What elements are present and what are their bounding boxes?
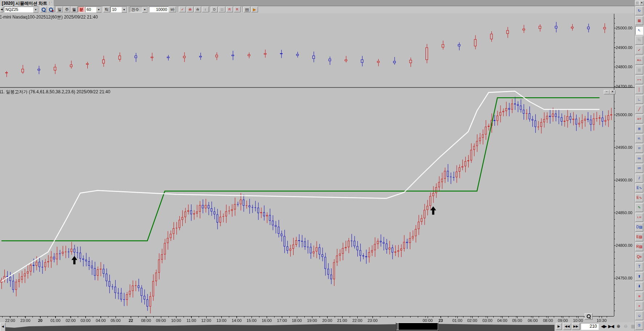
search-icon (42, 8, 46, 12)
horizontal-levels-icon[interactable]: ≣ (635, 124, 643, 133)
line-chart-icon[interactable]: ✓ (179, 7, 186, 12)
elliott-wave2-icon[interactable]: E∿ (635, 193, 643, 202)
window-title: [3020] 시뮬레이션 차트 (2, 1, 47, 6)
y-axis-label: 24800.00 (616, 65, 632, 69)
text-tool-icon[interactable]: T (635, 262, 643, 271)
count-combobox[interactable]: 건수▼ (130, 7, 148, 12)
doc-r2-icon[interactable]: R (234, 7, 241, 12)
panel-minimize-button[interactable]: − (604, 90, 610, 94)
zoom-in-icon[interactable]: ⊕ (615, 323, 622, 330)
chevron-down-icon[interactable]: ▼ (142, 7, 148, 13)
chevron-down-icon[interactable]: ▼ (121, 7, 127, 13)
time-axis-label: 20:00 (322, 318, 332, 323)
time-axis-label: 11:00 (187, 318, 196, 323)
page-back-button[interactable]: ◀◀ (563, 323, 571, 330)
quote-list-icon[interactable]: Q≡ (635, 253, 643, 261)
zoom-out-icon[interactable]: ⊖ (622, 323, 629, 330)
page-forward-button[interactable]: ▶▶ (572, 323, 580, 330)
time-axis-label: 04:00 (497, 318, 507, 323)
time-axis-label: 04:00 (96, 318, 106, 323)
y-axis-label: 25000.00 (616, 113, 632, 117)
period-minute-button[interactable]: 분 (78, 7, 85, 12)
window-close-button[interactable]: ✕ (639, 1, 644, 5)
chart-canvas[interactable] (0, 13, 635, 322)
high-low-icon[interactable]: L H (635, 213, 643, 222)
time-axis-label: 00:00 (423, 318, 433, 323)
toolbar: ◀ NQZ25▼ ◄ 일 주 월 분 60▼ 틱 10▼ 건수▼ 10000 바… (0, 6, 644, 13)
vertical-line-icon[interactable]: │ (635, 85, 643, 94)
horizontal-line-icon[interactable]: •─• (635, 75, 643, 84)
bottom-panel-title: 11. 일봉고저가 (76.4,61.8,50,38.2,23.6) 2025/… (0, 89, 110, 95)
elliott-wave-icon[interactable]: E∿ (635, 184, 643, 192)
time-axis-label: 02:00 (66, 318, 76, 323)
edit-candle-icon[interactable]: ▥ (635, 66, 643, 74)
arrow-up-icon[interactable]: ⬆ (635, 272, 643, 281)
open-folder-icon[interactable]: ▶ (251, 7, 258, 12)
erase-one-icon[interactable]: ✓ (635, 46, 643, 54)
time-axis-label: 12:00 (201, 318, 211, 323)
time-axis-label: 05:00 (111, 318, 121, 323)
top-panel-title: E-mini Nasdaq100-202512(60분) 2025/09/22 … (0, 14, 98, 20)
panel-close-button[interactable]: ✕ (610, 90, 615, 94)
search-symbol-button[interactable] (40, 7, 47, 12)
search-jump-button[interactable]: ◄ (47, 7, 54, 12)
pencil-icon[interactable]: ✎ (635, 203, 643, 212)
percent-icon[interactable]: % (635, 36, 643, 45)
fib-retrace-icon[interactable]: f/R (635, 164, 643, 173)
pattern-d-icon[interactable]: D▨ (635, 223, 643, 232)
refresh-icon[interactable]: ↻ (635, 7, 643, 15)
copy-doc-icon[interactable]: ▤ (219, 7, 225, 12)
doc-r1-icon[interactable]: R (226, 7, 233, 12)
step-forward-button[interactable]: ▶ (556, 323, 562, 330)
move-horizontal-icon[interactable]: ◀▶ (600, 323, 607, 330)
bar-chart-icon[interactable]: ılı (194, 7, 201, 12)
window-tab[interactable]: [3020] 시뮬레이션 차트✕ (0, 0, 54, 6)
time-axis-label: 08:00 (141, 318, 151, 323)
fib-fan-icon[interactable]: f/f (635, 144, 643, 153)
trend-line-icon[interactable]: ╱ (635, 105, 643, 114)
time-axis-label: 22:00 (352, 318, 362, 323)
bar-unit-button[interactable]: 바 (169, 7, 176, 12)
save-icon[interactable]: ▤ (244, 7, 250, 12)
circle-marker-icon[interactable]: ● (635, 302, 643, 310)
time-axis-label: 17:00 (277, 318, 287, 323)
scroll-left-button[interactable]: ◀ (0, 323, 5, 331)
pattern-e-icon[interactable]: E▨ (635, 233, 643, 241)
period-month-button[interactable]: 월 (71, 7, 78, 12)
chevron-down-icon[interactable]: ▼ (33, 7, 38, 13)
time-axis-label: 14:00 (232, 318, 242, 323)
chevron-down-icon[interactable]: ▼ (96, 7, 101, 13)
minute-combobox[interactable]: 60▼ (85, 7, 102, 12)
pattern-r-icon[interactable]: R▨ (635, 242, 643, 251)
chart-settings-icon[interactable]: ▦ (635, 16, 643, 25)
arrow-down-icon[interactable]: ⬇ (635, 282, 643, 291)
tick-button[interactable]: 틱 (103, 7, 110, 12)
new-doc-icon[interactable]: D (211, 7, 218, 12)
tick-combobox[interactable]: 10▼ (111, 7, 127, 12)
y-axis-label: 24900.00 (616, 45, 632, 50)
cursor-icon[interactable]: ↖ (635, 26, 643, 35)
erase-all-icon[interactable]: ALL (635, 56, 643, 65)
trend-text-icon[interactable]: A/T (635, 115, 643, 123)
parallel-lines-icon[interactable]: ⫽ (635, 174, 643, 183)
smiley-marker-icon[interactable]: ☺ (635, 311, 643, 320)
minimap-scrollbar[interactable] (0, 322, 554, 331)
angle-line-icon[interactable]: ∟ (635, 95, 643, 104)
tab-edge (50, 0, 54, 6)
fib-arc-icon[interactable]: f/A (635, 154, 643, 163)
visible-bars-input[interactable]: 210 (581, 323, 599, 330)
time-axis-label: 01:00 (50, 318, 61, 323)
dot-chart-icon[interactable]: ılı (187, 7, 194, 12)
go-to-end-icon[interactable]: ▶◀ (607, 323, 614, 330)
symbol-combobox[interactable]: NQZ25▼ (4, 7, 39, 12)
square-marker-icon[interactable]: ■ (635, 292, 643, 301)
period-day-button[interactable]: 일 (56, 7, 63, 12)
time-zoom-button[interactable] (585, 313, 593, 320)
tick-updown-icon[interactable]: ↕ (202, 7, 209, 12)
number-marker-icon[interactable]: ① (635, 321, 643, 330)
toolbar-back-button[interactable]: ◀ (0, 7, 3, 12)
fib-levels-icon[interactable]: f/L (635, 134, 643, 143)
period-week-button[interactable]: 주 (63, 7, 70, 12)
bar-count-input[interactable]: 10000 (149, 7, 169, 12)
time-axis-label: 02:00 (467, 318, 477, 323)
